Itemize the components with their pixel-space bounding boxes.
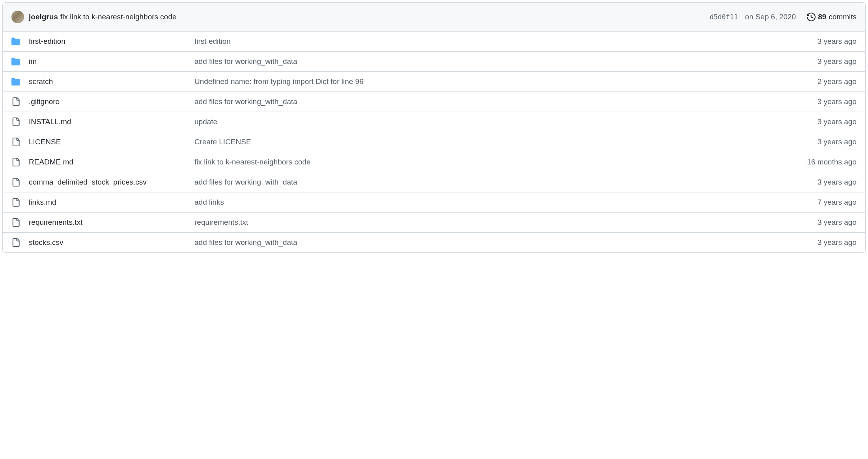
file-age: 3 years ago	[778, 97, 857, 106]
file-name-link[interactable]: scratch	[29, 77, 194, 86]
file-name-link[interactable]: README.md	[29, 158, 194, 166]
file-name-link[interactable]: links.md	[29, 198, 194, 207]
author-name: joelgrus	[29, 13, 58, 21]
file-name-link[interactable]: im	[29, 57, 194, 66]
file-row: scratchUndefined name: from typing impor…	[3, 71, 865, 91]
commits-link[interactable]: 89 commits	[807, 13, 857, 21]
file-icon	[11, 158, 29, 166]
file-age: 2 years ago	[778, 77, 857, 86]
file-icon	[11, 198, 29, 207]
file-row: .gitignoreadd files for working_with_dat…	[3, 91, 865, 112]
file-name-link[interactable]: LICENSE	[29, 138, 194, 146]
file-age: 3 years ago	[778, 238, 857, 247]
file-row: INSTALL.mdupdate3 years ago	[3, 112, 865, 132]
avatar[interactable]	[11, 11, 24, 23]
file-row: links.mdadd links7 years ago	[3, 192, 865, 212]
commit-message-link[interactable]: add files for working_with_data	[194, 57, 778, 66]
author-link[interactable]: joelgrus	[29, 13, 58, 21]
file-row: imadd files for working_with_data3 years…	[3, 51, 865, 71]
file-name-link[interactable]: first-edition	[29, 37, 194, 46]
commit-message-link[interactable]: add files for working_with_data	[194, 178, 778, 187]
file-age: 3 years ago	[778, 37, 857, 46]
folder-icon	[11, 77, 29, 86]
file-row: stocks.csvadd files for working_with_dat…	[3, 232, 865, 252]
commit-message-link[interactable]: fix link to k-nearest-neighbors code	[58, 13, 177, 21]
commit-message: fix link to k-nearest-neighbors code	[60, 13, 177, 21]
file-rows: first-editionfirst edition3 years agoima…	[3, 32, 865, 252]
file-age: 3 years ago	[778, 138, 857, 146]
folder-icon	[11, 57, 29, 66]
file-row: README.mdfix link to k-nearest-neighbors…	[3, 152, 865, 172]
file-icon	[11, 118, 29, 126]
commit-message-link[interactable]: first edition	[194, 37, 778, 46]
file-row: requirements.txtrequirements.txt3 years …	[3, 212, 865, 232]
file-icon	[11, 97, 29, 106]
commit-count: 89	[818, 13, 826, 21]
commit-message-link[interactable]: add links	[194, 198, 778, 207]
file-name-link[interactable]: INSTALL.md	[29, 118, 194, 126]
file-icon	[11, 218, 29, 227]
file-icon	[11, 138, 29, 146]
file-name-link[interactable]: .gitignore	[29, 97, 194, 106]
file-name-link[interactable]: stocks.csv	[29, 238, 194, 247]
file-age: 3 years ago	[778, 118, 857, 126]
commit-date[interactable]: on Sep 6, 2020	[745, 13, 796, 21]
file-age: 16 months ago	[778, 158, 857, 166]
file-name-link[interactable]: comma_delimited_stock_prices.csv	[29, 178, 194, 187]
file-icon	[11, 178, 29, 187]
commit-message-link[interactable]: update	[194, 118, 778, 126]
file-age: 3 years ago	[778, 178, 857, 187]
commit-header: joelgrus fix link to k-nearest-neighbors…	[3, 3, 865, 32]
file-listing-box: joelgrus fix link to k-nearest-neighbors…	[2, 2, 866, 253]
commit-message-link[interactable]: Create LICENSE	[194, 138, 778, 146]
commit-message-link[interactable]: requirements.txt	[194, 218, 778, 227]
file-row: first-editionfirst edition3 years ago	[3, 32, 865, 51]
folder-icon	[11, 37, 29, 46]
file-name-link[interactable]: requirements.txt	[29, 218, 194, 227]
commit-sha[interactable]: d5d0f11	[710, 13, 738, 21]
file-row: comma_delimited_stock_prices.csvadd file…	[3, 172, 865, 192]
file-age: 7 years ago	[778, 198, 857, 207]
history-icon	[807, 13, 816, 21]
file-icon	[11, 238, 29, 247]
commit-message-link[interactable]: Undefined name: from typing import Dict …	[194, 77, 778, 86]
commit-message-link[interactable]: fix link to k-nearest-neighbors code	[194, 158, 778, 166]
commit-message-link[interactable]: add files for working_with_data	[194, 238, 778, 247]
file-row: LICENSECreate LICENSE3 years ago	[3, 132, 865, 152]
commit-message-link[interactable]: add files for working_with_data	[194, 97, 778, 106]
commit-count-label: commits	[829, 13, 857, 21]
file-age: 3 years ago	[778, 57, 857, 66]
file-age: 3 years ago	[778, 218, 857, 227]
